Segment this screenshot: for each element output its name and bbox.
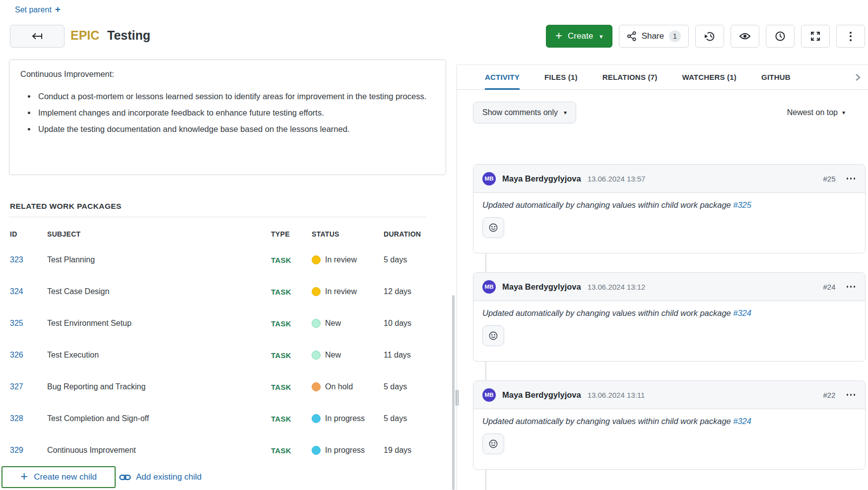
work-package-id-link[interactable]: 329 [10,446,23,455]
work-package-content-pane: Continuous Improvement: Conduct a post-m… [0,60,457,490]
work-package-id-link[interactable]: 325 [10,319,23,328]
description-bullet: Update the testing documentation and kno… [36,122,435,136]
column-header-subject: SUBJECT [47,230,80,238]
description-bullet: Implement changes and incorporate feedba… [36,105,435,120]
comment-header: MB Maya Berdygylyjova 13.06.2024 13:57 #… [473,165,865,193]
status-label: In progress [325,414,365,423]
smiley-icon [488,439,498,449]
table-row: 327 Bug Reporting and Tracking TASK On h… [0,371,427,403]
history-icon [704,31,716,42]
work-package-id-link[interactable]: 327 [10,382,23,391]
work-package-id-link[interactable]: 326 [10,351,23,360]
status-label: In review [325,255,357,264]
more-actions-button[interactable] [836,25,865,48]
comment-menu-button[interactable] [846,284,857,290]
work-package-duration: 5 days [384,255,407,264]
avatar: MB [482,280,496,294]
work-package-id-link[interactable]: 324 [10,287,23,296]
table-row: 325 Test Environment Setup TASK New 10 d… [0,307,427,339]
chevron-down-icon: ▾ [600,33,603,40]
work-package-duration: 5 days [384,414,407,423]
create-button[interactable]: + Create ▾ [546,25,612,48]
chevron-down-icon: ▾ [564,109,567,116]
add-reaction-button[interactable] [482,217,504,238]
page-title: Testing [107,28,150,43]
comment-text: Updated automatically by changing values… [482,417,731,426]
status-dot [312,287,321,296]
description-bullet: Conduct a post-mortem or lessons learned… [36,89,435,104]
create-new-child-button[interactable]: + Create new child [1,466,116,488]
comment-timestamp: 13.06.2024 13:12 [588,283,646,291]
status-dot [312,446,321,455]
activity-timeline-connector [485,253,486,272]
work-package-type: TASK [271,256,291,264]
share-count-badge: 1 [669,30,681,42]
status-dot [312,255,321,264]
work-package-subject: Test Completion and Sign-off [47,414,149,423]
status-label: In progress [325,446,365,455]
watch-button[interactable] [731,25,759,48]
work-package-duration: 19 days [384,446,411,455]
detail-tabs: ACTIVITY FILES (1) RELATIONS (7) WATCHER… [457,65,868,90]
toolbar: + Create ▾ Share 1 [546,25,865,48]
work-package-subject: Continuous Improvement [47,446,136,455]
plus-icon: + [55,4,61,15]
add-reaction-button[interactable] [482,325,504,346]
status-label: On hold [325,382,353,391]
tab-relations[interactable]: RELATIONS (7) [602,65,658,89]
pane-resize-handle[interactable] [455,390,459,406]
work-package-duration: 5 days [384,382,407,391]
add-existing-child-label: Add existing child [136,472,201,482]
activity-timeline-connector [485,362,486,380]
baseline-comparison-button[interactable] [695,25,724,48]
comment-menu-button[interactable] [846,176,857,182]
tab-github[interactable]: GITHUB [761,65,791,89]
smiley-icon [488,223,498,233]
back-button[interactable] [10,25,65,48]
work-package-link[interactable]: #324 [733,417,751,426]
comment-menu-button[interactable] [846,392,857,398]
comments-filter-dropdown[interactable]: Show comments only ▾ [473,102,576,123]
sort-order-toggle[interactable]: Newest on top ▾ [787,108,845,117]
work-package-id-link[interactable]: 323 [10,255,23,264]
tab-watchers[interactable]: WATCHERS (1) [682,65,736,89]
comment-card: MB Maya Berdygylyjova 13.06.2024 13:12 #… [473,272,866,362]
tab-activity[interactable]: ACTIVITY [485,65,520,89]
set-parent-link[interactable]: Set parent + [15,5,61,15]
work-package-link[interactable]: #324 [733,308,751,317]
comment-header: MB Maya Berdygylyjova 13.06.2024 13:12 #… [473,273,865,301]
column-header-duration: DURATION [384,230,421,238]
chevron-right-icon[interactable] [854,65,861,89]
work-package-subject: Test Planning [47,255,95,264]
work-package-type: TASK [271,415,291,423]
activity-timeline-connector [485,470,486,490]
related-work-packages-table: ID SUBJECT TYPE STATUS DURATION 323 Test… [0,224,427,466]
comment-body: Updated automatically by changing values… [473,301,865,346]
column-header-id: ID [10,230,17,238]
create-button-label: Create [568,31,593,41]
time-tracking-button[interactable] [766,25,795,48]
fullscreen-button[interactable] [801,25,830,48]
add-existing-child-button[interactable]: Add existing child [119,466,201,488]
work-package-duration: 10 days [384,319,411,328]
status-dot [312,351,321,360]
work-package-link[interactable]: #325 [733,200,751,209]
add-reaction-button[interactable] [482,433,504,454]
avatar: MB [482,172,496,185]
comment-number: #25 [823,175,835,183]
share-button[interactable]: Share 1 [619,25,689,48]
status-dot [312,319,321,328]
work-package-id-link[interactable]: 328 [10,414,23,423]
work-package-duration: 12 days [384,287,411,296]
comment-number: #22 [823,391,835,399]
work-package-type-label: EPIC [70,28,99,43]
work-package-type: TASK [271,319,291,328]
tab-files[interactable]: FILES (1) [544,65,578,89]
comment-number: #24 [823,283,835,291]
work-package-duration: 11 days [384,351,411,360]
set-parent-label: Set parent [15,5,52,14]
comment-card: MB Maya Berdygylyjova 13.06.2024 13:11 #… [473,380,866,470]
comment-text: Updated automatically by changing values… [482,200,731,209]
work-package-subject: Bug Reporting and Tracking [47,382,145,391]
comment-author: Maya Berdygylyjova [502,390,581,400]
